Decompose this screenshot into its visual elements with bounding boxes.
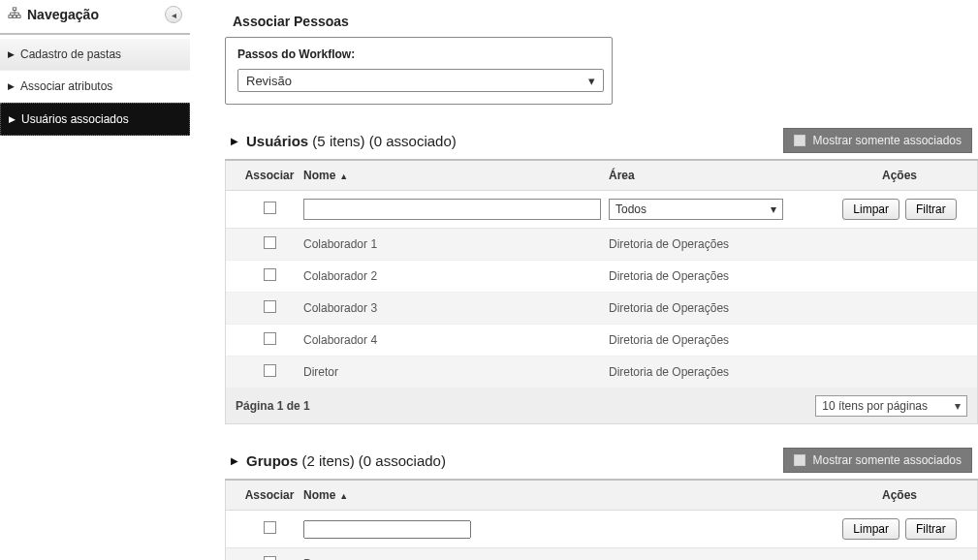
groups-apply-filter-button[interactable]: Filtrar (905, 518, 957, 540)
col-header-nome[interactable]: Nome▲ (303, 169, 609, 182)
sidebar-item-associar-atributos[interactable]: ▶ Associar atributos (0, 71, 190, 103)
groups-title-strong: Grupos (246, 452, 298, 469)
users-title-rest: (5 itens) (0 associado) (308, 133, 457, 149)
user-row-area: Diretoria de Operações (609, 301, 832, 315)
svg-rect-0 (13, 7, 16, 10)
users-area-filter-select[interactable]: Todos ▾ (609, 199, 783, 220)
user-row-area: Diretoria de Operações (609, 269, 832, 283)
show-only-associated-label: Mostrar somente associados (813, 453, 962, 467)
user-row-nome: Colaborador 1 (303, 237, 609, 251)
groups-grid-head: Associar Nome▲ Ações (226, 481, 977, 511)
col-header-acoes: Ações (832, 488, 967, 502)
col-header-area[interactable]: Área (609, 169, 832, 182)
groups-section-head: ▶ Grupos (2 itens) (0 associado) Mostrar… (225, 448, 978, 481)
col-header-nome-label: Nome (303, 488, 335, 502)
users-section-title: Usuários (5 itens) (0 associado) (246, 133, 457, 149)
select-all-groups-checkbox[interactable] (264, 521, 276, 534)
users-section-head: ▶ Usuários (5 itens) (0 associado) Mostr… (225, 128, 978, 161)
users-page-size-label: 10 ítens por páginas (822, 399, 928, 413)
table-row: Diretor Diretoria de Operações (226, 357, 977, 389)
groups-title-rest: (2 itens) (0 associado) (298, 452, 446, 469)
sidebar-item-label: Cadastro de pastas (20, 47, 121, 61)
workflow-step-selected: Revisão (246, 74, 292, 88)
triangle-right-icon: ▶ (8, 49, 15, 59)
groups-grid: Associar Nome▲ Ações LimparFiltrar (225, 481, 978, 560)
groups-grid-filter-row: LimparFiltrar (226, 511, 977, 548)
groups-nome-filter-input[interactable] (303, 520, 471, 539)
table-row: Colaborador 1 Diretoria de Operações (226, 229, 977, 261)
user-row-area: Diretoria de Operações (609, 333, 832, 347)
svg-rect-8 (17, 15, 21, 17)
sidebar-item-usuarios-associados[interactable]: ▶ Usuários associados (0, 103, 190, 136)
groups-section: ▶ Grupos (2 itens) (0 associado) Mostrar… (225, 448, 978, 560)
workflow-step-select[interactable]: Revisão ▾ (237, 69, 604, 92)
show-only-associated-toggle[interactable]: Mostrar somente associados (783, 448, 972, 473)
users-page-info: Página 1 de 1 (236, 399, 310, 413)
user-row-nome: Colaborador 2 (303, 269, 609, 283)
groups-section-title: Grupos (2 itens) (0 associado) (246, 452, 446, 469)
checkbox-icon (794, 454, 805, 466)
chevron-left-icon: ◂ (172, 10, 176, 20)
user-row-nome: Colaborador 4 (303, 333, 609, 347)
chevron-down-icon: ▾ (588, 74, 595, 88)
user-row-area: Diretoria de Operações (609, 237, 832, 251)
sidebar-item-cadastro-pastas[interactable]: ▶ Cadastro de pastas (0, 39, 190, 71)
chevron-down-icon: ▾ (955, 399, 961, 413)
user-row-checkbox[interactable] (264, 364, 276, 377)
users-grid: Associar Nome▲ Área Ações Todos ▾ (225, 161, 978, 424)
users-clear-filter-button[interactable]: Limpar (842, 199, 899, 220)
users-section: ▶ Usuários (5 itens) (0 associado) Mostr… (225, 128, 978, 424)
users-nome-filter-input[interactable] (303, 199, 601, 220)
svg-rect-7 (13, 15, 16, 17)
table-row: Colaborador 3 Diretoria de Operações (226, 293, 977, 325)
main-content: Associar Pessoas Passos do Workflow: Rev… (190, 0, 978, 560)
user-row-checkbox[interactable] (264, 236, 276, 249)
svg-rect-6 (9, 15, 13, 17)
users-grid-filter-row: Todos ▾ LimparFiltrar (226, 191, 977, 229)
select-all-users-checkbox[interactable] (264, 202, 276, 214)
workflow-step-panel: Passos do Workflow: Revisão ▾ (225, 37, 613, 105)
users-grid-footer: Página 1 de 1 10 ítens por páginas ▾ (226, 389, 977, 423)
triangle-right-icon[interactable]: ▶ (231, 455, 238, 466)
users-title-strong: Usuários (246, 133, 308, 149)
col-header-assoc[interactable]: Associar (236, 488, 303, 502)
users-grid-head: Associar Nome▲ Área Ações (226, 161, 977, 191)
chevron-down-icon: ▾ (771, 202, 776, 216)
table-row: P (226, 548, 977, 560)
triangle-right-icon[interactable]: ▶ (231, 136, 238, 146)
sidebar: Navegação ◂ ▶ Cadastro de pastas ▶ Assoc… (0, 0, 190, 560)
col-header-nome-label: Nome (303, 169, 335, 182)
user-row-checkbox[interactable] (264, 268, 276, 281)
sort-asc-icon: ▲ (339, 491, 348, 501)
users-grid-body: Colaborador 1 Diretoria de Operações Col… (226, 229, 977, 389)
table-row: Colaborador 4 Diretoria de Operações (226, 325, 977, 357)
sort-asc-icon: ▲ (339, 171, 348, 181)
users-apply-filter-button[interactable]: Filtrar (905, 199, 957, 220)
users-area-filter-selected: Todos (615, 202, 647, 216)
users-page-size-select[interactable]: 10 ítens por páginas ▾ (815, 395, 967, 417)
show-only-associated-label: Mostrar somente associados (813, 134, 962, 147)
triangle-right-icon: ▶ (9, 114, 16, 124)
workflow-step-label: Passos do Workflow: (237, 47, 600, 61)
user-row-nome: Colaborador 3 (303, 301, 609, 315)
sitemap-icon (8, 7, 21, 23)
triangle-right-icon: ▶ (8, 81, 15, 91)
sidebar-item-label: Usuários associados (21, 112, 129, 126)
groups-clear-filter-button[interactable]: Limpar (842, 518, 899, 540)
sidebar-item-label: Associar atributos (20, 79, 112, 93)
group-row-checkbox[interactable] (264, 556, 276, 560)
col-header-acoes: Ações (832, 169, 967, 182)
checkbox-icon (794, 135, 805, 146)
collapse-sidebar-button[interactable]: ◂ (165, 6, 182, 23)
user-row-checkbox[interactable] (264, 332, 276, 345)
user-row-checkbox[interactable] (264, 300, 276, 313)
col-header-assoc[interactable]: Associar (236, 169, 303, 182)
groups-grid-body: P Qualidade (226, 548, 977, 560)
sidebar-header: Navegação ◂ (0, 0, 190, 35)
sidebar-nav: ▶ Cadastro de pastas ▶ Associar atributo… (0, 39, 190, 136)
col-header-nome[interactable]: Nome▲ (303, 488, 832, 502)
show-only-associated-toggle[interactable]: Mostrar somente associados (783, 128, 972, 153)
page-title: Associar Pessoas (225, 0, 978, 37)
table-row: Colaborador 2 Diretoria de Operações (226, 261, 977, 293)
user-row-area: Diretoria de Operações (609, 365, 832, 379)
